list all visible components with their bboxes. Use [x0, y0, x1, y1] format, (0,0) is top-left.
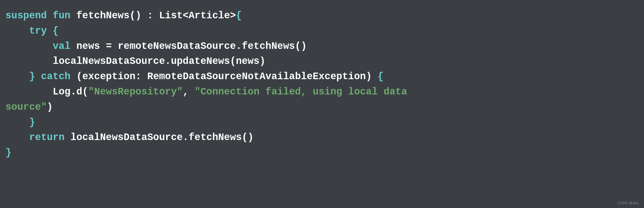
code-line-1: suspend fun fetchNews() : List<Article>{	[5, 8, 639, 23]
fn-log-d: d	[76, 86, 82, 97]
type-list: List	[159, 10, 183, 21]
code-line-2: try {	[5, 23, 639, 39]
fn-fetchnews-remote: fetchNews	[242, 41, 295, 52]
code-line-9: return localNewsDataSource.fetchNews()	[5, 130, 639, 145]
keyword-suspend: suspend	[5, 10, 47, 21]
code-line-5: } catch (exception: RemoteDataSourceNotA…	[5, 69, 639, 84]
fn-fetchnews-local: fetchNews	[189, 132, 242, 143]
string-source: source"	[5, 102, 47, 113]
type-exception: RemoteDataSourceNotAvailableException	[147, 71, 366, 82]
code-line-4: localNewsDataSource.updateNews(news)	[5, 54, 639, 69]
fn-updatenews: updateNews	[171, 56, 230, 67]
string-connection-failed: "Connection failed, using local data	[194, 86, 407, 97]
watermark: CSDN @Jilai	[618, 200, 639, 206]
code-line-10: }	[5, 145, 639, 161]
type-article: Article	[189, 10, 230, 21]
code-line-7: source")	[5, 100, 639, 115]
keyword-return: return	[29, 132, 65, 143]
keyword-val: val	[53, 41, 71, 52]
string-newsrepository: "NewsRepository"	[88, 86, 183, 97]
keyword-fun: fun	[53, 10, 71, 21]
code-line-6: Log.d("NewsRepository", "Connection fail…	[5, 84, 639, 100]
code-block: suspend fun fetchNews() : List<Article>{…	[0, 0, 644, 208]
keyword-try: try	[29, 25, 47, 37]
keyword-catch: catch	[41, 71, 71, 82]
code-line-8: }	[5, 115, 639, 130]
code-line-3: val news = remoteNewsDataSource.fetchNew…	[5, 39, 639, 54]
function-fetchnews: fetchNews	[76, 10, 129, 21]
